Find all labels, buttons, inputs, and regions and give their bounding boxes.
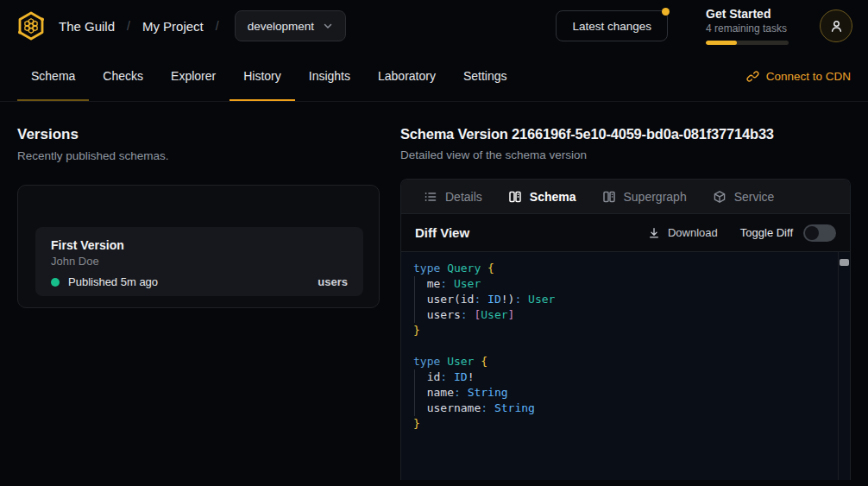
user-avatar[interactable] xyxy=(820,9,852,42)
connect-to-cdn-label: Connect to CDN xyxy=(766,70,851,83)
guild-logo-icon[interactable] xyxy=(16,10,47,41)
versions-subtitle: Recently published schemas. xyxy=(17,149,380,162)
notification-dot xyxy=(662,8,670,16)
version-list-item[interactable]: First Version John Doe Published 5m ago … xyxy=(35,227,363,296)
breadcrumb-project[interactable]: My Project xyxy=(142,19,204,34)
versions-panel: Versions Recently published schemas. Fir… xyxy=(0,102,400,485)
toggle-diff-label: Toggle Diff xyxy=(740,226,793,239)
toggle-diff-switch[interactable] xyxy=(803,224,836,242)
version-service-badge: users xyxy=(318,275,348,288)
get-started-widget[interactable]: Get Started 4 remaining tasks xyxy=(706,7,794,45)
latest-changes-button[interactable]: Latest changes xyxy=(556,10,668,41)
tab-explorer[interactable]: Explorer xyxy=(157,52,230,101)
top-header: The Guild / My Project / development Lat… xyxy=(0,0,868,52)
version-detail-title: Schema Version 2166196f-5e10-4059-bd0a-0… xyxy=(400,126,851,142)
version-author: John Doe xyxy=(51,255,348,268)
tab-settings[interactable]: Settings xyxy=(450,52,521,101)
indent-guide xyxy=(414,369,415,416)
version-detail-panel: Schema Version 2166196f-5e10-4059-bd0a-0… xyxy=(400,102,868,485)
tab-history[interactable]: History xyxy=(230,52,295,101)
tab-insights[interactable]: Insights xyxy=(295,52,364,101)
code-scrollbar[interactable] xyxy=(838,252,850,480)
get-started-progress-fill xyxy=(706,41,737,45)
published-status-dot xyxy=(51,278,60,287)
code-block: type Query { me: User user(id: ID!): Use… xyxy=(401,252,850,440)
columns-icon xyxy=(602,190,616,204)
main-nav: Schema Checks Explorer History Insights … xyxy=(0,52,868,102)
tab-laboratory[interactable]: Laboratory xyxy=(364,52,450,101)
tab-service[interactable]: Service xyxy=(702,180,785,213)
columns-icon xyxy=(508,190,522,204)
tab-schema[interactable]: Schema xyxy=(17,52,89,101)
breadcrumb-separator: / xyxy=(216,19,219,33)
download-icon xyxy=(648,227,660,239)
detail-tabbar: Details Schema Supergr xyxy=(401,180,850,214)
version-title: First Version xyxy=(51,238,348,252)
version-status: Published 5m ago xyxy=(68,275,158,288)
connect-to-cdn-link[interactable]: Connect to CDN xyxy=(746,52,851,101)
breadcrumb-separator: / xyxy=(127,19,130,33)
latest-changes-label: Latest changes xyxy=(572,20,651,33)
versions-title: Versions xyxy=(17,126,380,143)
target-selector[interactable]: development xyxy=(235,10,346,41)
tab-schema-detail-label: Schema xyxy=(530,190,576,204)
person-icon xyxy=(829,19,844,34)
diff-view-title: Diff View xyxy=(415,225,469,240)
tab-checks[interactable]: Checks xyxy=(89,52,157,101)
version-detail-subtitle: Detailed view of the schema version xyxy=(400,148,851,161)
cube-icon xyxy=(713,190,726,204)
target-selector-value: development xyxy=(248,20,314,33)
tab-service-label: Service xyxy=(734,190,775,204)
get-started-subtitle: 4 remaining tasks xyxy=(706,22,794,35)
version-list-card[interactable]: First Version John Doe Published 5m ago … xyxy=(17,185,380,308)
tab-schema-detail[interactable]: Schema xyxy=(498,180,587,213)
download-button[interactable]: Download xyxy=(648,226,718,239)
indent-guide xyxy=(414,276,415,323)
get-started-title: Get Started xyxy=(706,7,794,21)
tab-details[interactable]: Details xyxy=(413,180,493,213)
scrollbar-thumb[interactable] xyxy=(840,259,849,266)
tab-supergraph-label: Supergraph xyxy=(624,190,687,204)
download-label: Download xyxy=(668,226,718,239)
tab-supergraph[interactable]: Supergraph xyxy=(592,180,697,213)
breadcrumb-org[interactable]: The Guild xyxy=(59,19,115,34)
toggle-knob xyxy=(805,226,819,240)
link-icon xyxy=(746,70,759,83)
tab-details-label: Details xyxy=(445,190,482,204)
schema-code-area: type Query { me: User user(id: ID!): Use… xyxy=(401,252,850,480)
chevron-down-icon xyxy=(323,21,333,31)
get-started-progressbar xyxy=(706,41,789,45)
list-icon xyxy=(424,190,437,204)
diff-view-header: Diff View Download Toggle Diff xyxy=(401,214,850,252)
